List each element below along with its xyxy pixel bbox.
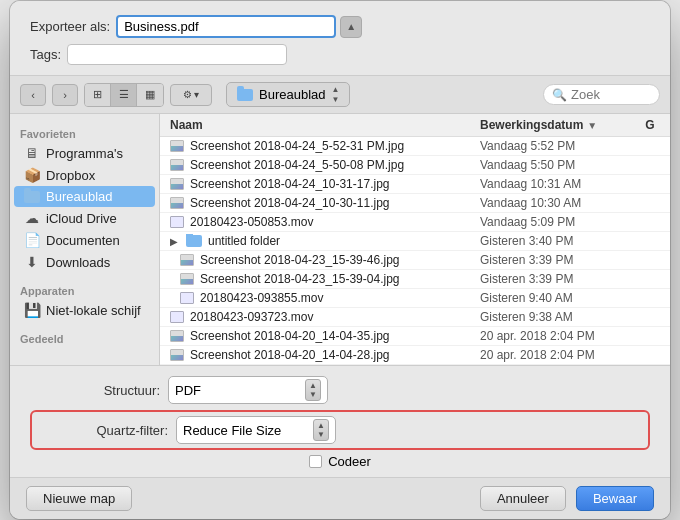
save-button[interactable]: Bewaar	[576, 486, 654, 511]
search-box: 🔍	[543, 84, 660, 105]
export-filename-input[interactable]	[116, 15, 336, 38]
table-row[interactable]: Screenshot 2018-04-24_10-31-17.jpg Vanda…	[160, 175, 670, 194]
view-list-button[interactable]: ☰	[111, 84, 137, 106]
sidebar-item-bureaublad[interactable]: Bureaublad	[14, 186, 155, 207]
sidebar-item-label: Programma's	[46, 146, 123, 161]
documenten-icon: 📄	[24, 232, 40, 248]
sidebar-item-label: Downloads	[46, 255, 110, 270]
mov-icon	[180, 291, 194, 305]
new-folder-button[interactable]: Nieuwe map	[26, 486, 132, 511]
cancel-button[interactable]: Annuleer	[480, 486, 566, 511]
location-label: Bureaublad	[259, 87, 326, 102]
codeer-row: Codeer	[30, 454, 650, 469]
table-row[interactable]: Screenshot 2018-04-24_5-50-08 PM.jpg Van…	[160, 156, 670, 175]
table-row[interactable]: Screenshot 2018-04-24_5-52-31 PM.jpg Van…	[160, 137, 670, 156]
sidebar-item-downloads[interactable]: ⬇ Downloads	[14, 251, 155, 273]
structuur-value: PDF	[175, 383, 201, 398]
footer-right: Annuleer Bewaar	[480, 486, 654, 511]
disk-icon: 💾	[24, 302, 40, 318]
table-row[interactable]: ▶ untitled folder Gisteren 3:40 PM	[160, 232, 670, 251]
table-row[interactable]: Screenshot 2018-04-20_14-04-28.jpg 20 ap…	[160, 346, 670, 365]
tags-row: Tags:	[30, 44, 650, 65]
file-list-area: Naam Bewerkingsdatum ▼ G Screenshot 2018…	[160, 114, 670, 365]
quartz-value: Reduce File Size	[183, 423, 281, 438]
structuur-arrows-icon: ▲▼	[305, 379, 321, 401]
search-input[interactable]	[571, 87, 651, 102]
table-row[interactable]: 20180423-093855.mov Gisteren 9:40 AM	[160, 289, 670, 308]
icloud-icon: ☁	[24, 210, 40, 226]
image-icon	[170, 158, 184, 172]
toolbar: ‹ › ⊞ ☰ ▦ ⚙ ▾ Bureaublad ▲▼ 🔍	[10, 76, 670, 114]
downloads-icon: ⬇	[24, 254, 40, 270]
export-row: Exporteer als: ▲	[30, 15, 650, 38]
chevron-down-icon: ▾	[194, 89, 199, 100]
main-content: Favorieten 🖥 Programma's 📦 Dropbox Burea…	[10, 114, 670, 365]
tags-label: Tags:	[30, 47, 61, 62]
codeer-checkbox[interactable]	[309, 455, 322, 468]
sidebar-item-programmas[interactable]: 🖥 Programma's	[14, 142, 155, 164]
table-row[interactable]: 20180423-050853.mov Vandaag 5:09 PM	[160, 213, 670, 232]
sidebar-item-label: iCloud Drive	[46, 211, 117, 226]
save-dialog: Exporteer als: ▲ Tags: ‹ › ⊞ ☰ ▦ ⚙ ▾ Bur…	[10, 1, 670, 519]
image-icon	[170, 139, 184, 153]
sidebar-item-label: Dropbox	[46, 168, 95, 183]
table-row[interactable]: Screenshot 2018-04-23_15-39-04.jpg Giste…	[160, 270, 670, 289]
tags-input[interactable]	[67, 44, 287, 65]
quartz-row: Quartz-filter: Reduce File Size ▲▼	[30, 410, 650, 450]
file-list-header: Naam Bewerkingsdatum ▼ G	[160, 114, 670, 137]
sort-arrow-icon: ▼	[587, 120, 597, 131]
expand-arrow-icon: ▶	[170, 236, 178, 247]
top-area: Exporteer als: ▲ Tags:	[10, 1, 670, 76]
action-button[interactable]: ⚙ ▾	[170, 84, 212, 106]
export-label: Exporteer als:	[30, 19, 110, 34]
col-datum-header: Bewerkingsdatum ▼	[480, 118, 640, 132]
expand-button[interactable]: ▲	[340, 16, 362, 38]
file-list: Screenshot 2018-04-24_5-52-31 PM.jpg Van…	[160, 137, 670, 365]
structuur-select[interactable]: PDF ▲▼	[168, 376, 328, 404]
table-row[interactable]: Screenshot 2018-04-24_10-30-11.jpg Vanda…	[160, 194, 670, 213]
folder-icon	[186, 235, 202, 247]
programmas-icon: 🖥	[24, 145, 40, 161]
gedeeld-label: Gedeeld	[10, 329, 159, 347]
quartz-select[interactable]: Reduce File Size ▲▼	[176, 416, 336, 444]
forward-button[interactable]: ›	[52, 84, 78, 106]
image-icon	[170, 348, 184, 362]
sidebar-item-schijf[interactable]: 💾 Niet-lokale schijf	[14, 299, 155, 321]
quartz-arrows-icon: ▲▼	[313, 419, 329, 441]
footer: Nieuwe map Annuleer Bewaar	[10, 477, 670, 519]
sidebar-item-dropbox[interactable]: 📦 Dropbox	[14, 164, 155, 186]
gear-icon: ⚙	[183, 89, 192, 100]
image-icon	[180, 272, 194, 286]
sidebar-item-label: Documenten	[46, 233, 120, 248]
location-arrows-icon: ▲▼	[332, 85, 340, 104]
favorieten-label: Favorieten	[10, 124, 159, 142]
image-icon	[180, 253, 194, 267]
search-icon: 🔍	[552, 88, 567, 102]
mov-icon	[170, 310, 184, 324]
sidebar: Favorieten 🖥 Programma's 📦 Dropbox Burea…	[10, 114, 160, 365]
dropbox-icon: 📦	[24, 167, 40, 183]
col-naam-header: Naam	[170, 118, 480, 132]
view-icon-button[interactable]: ⊞	[85, 84, 111, 106]
quartz-label: Quartz-filter:	[38, 423, 168, 438]
codeer-label: Codeer	[328, 454, 371, 469]
desktop-folder-icon	[24, 191, 40, 203]
view-column-button[interactable]: ▦	[137, 84, 163, 106]
mov-icon	[170, 215, 184, 229]
sidebar-item-label: Bureaublad	[46, 189, 113, 204]
sidebar-item-label: Niet-lokale schijf	[46, 303, 141, 318]
sidebar-item-documenten[interactable]: 📄 Documenten	[14, 229, 155, 251]
table-row[interactable]: Screenshot 2018-04-20_14-04-35.jpg 20 ap…	[160, 327, 670, 346]
image-icon	[170, 196, 184, 210]
folder-icon	[237, 89, 253, 101]
back-button[interactable]: ‹	[20, 84, 46, 106]
view-buttons: ⊞ ☰ ▦	[84, 83, 164, 107]
bottom-options: Structuur: PDF ▲▼ Quartz-filter: Reduce …	[10, 365, 670, 477]
location-selector[interactable]: Bureaublad ▲▼	[226, 82, 350, 107]
table-row[interactable]: Screenshot 2018-04-23_15-39-46.jpg Giste…	[160, 251, 670, 270]
table-row[interactable]: 20180423-093723.mov Gisteren 9:38 AM	[160, 308, 670, 327]
col-g-header: G	[640, 118, 660, 132]
export-input-wrapper: ▲	[116, 15, 396, 38]
sidebar-item-icloud[interactable]: ☁ iCloud Drive	[14, 207, 155, 229]
apparaten-label: Apparaten	[10, 281, 159, 299]
